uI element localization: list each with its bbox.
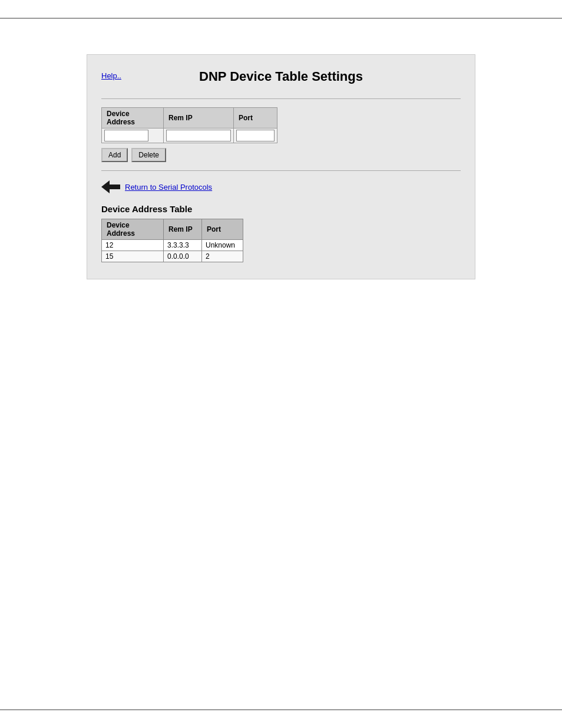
- return-section: Return to Serial Protocols: [101, 179, 461, 195]
- cell-rem-ip: 0.0.0.0: [164, 251, 202, 262]
- cell-port: Unknown: [202, 240, 243, 251]
- cell-device-address: 15: [102, 251, 164, 262]
- data-col-rem-ip: Rem IP: [164, 219, 202, 240]
- form-col-port: Port: [234, 108, 277, 129]
- add-button[interactable]: Add: [101, 148, 128, 162]
- header-divider: [101, 98, 461, 99]
- port-input[interactable]: [236, 130, 275, 141]
- cell-rem-ip: 3.3.3.3: [164, 240, 202, 251]
- bottom-border: [0, 709, 562, 710]
- form-divider: [101, 170, 461, 171]
- form-col-device-address: Device Address: [102, 108, 164, 129]
- data-col-device-address: Device Address: [102, 219, 164, 240]
- button-row: Add Delete: [101, 148, 461, 162]
- rem-ip-input[interactable]: [166, 130, 231, 141]
- form-cell-rem-ip: [164, 129, 234, 143]
- cell-port: 2: [202, 251, 243, 262]
- table-row: 123.3.3.3Unknown: [102, 240, 243, 251]
- device-address-input[interactable]: [104, 130, 148, 141]
- panel-title: DNP Device Table Settings: [101, 67, 461, 91]
- back-arrow-icon: [101, 179, 120, 195]
- form-input-row: [102, 129, 277, 143]
- table-row: 150.0.0.02: [102, 251, 243, 262]
- form-section: Device Address Rem IP Port: [101, 107, 461, 162]
- svg-marker-0: [101, 180, 120, 193]
- data-col-port: Port: [202, 219, 243, 240]
- help-link[interactable]: Help..: [101, 71, 121, 80]
- main-content: Help.. DNP Device Table Settings Device …: [0, 19, 562, 709]
- form-cell-device-address: [102, 129, 164, 143]
- return-link[interactable]: Return to Serial Protocols: [125, 183, 212, 192]
- device-address-table-title: Device Address Table: [101, 204, 461, 214]
- delete-button[interactable]: Delete: [131, 148, 166, 162]
- cell-device-address: 12: [102, 240, 164, 251]
- form-table: Device Address Rem IP Port: [101, 107, 277, 143]
- form-col-rem-ip: Rem IP: [164, 108, 234, 129]
- device-address-table: Device Address Rem IP Port 123.3.3.3Unkn…: [101, 219, 243, 262]
- settings-panel: Help.. DNP Device Table Settings Device …: [87, 54, 475, 279]
- panel-header: Help.. DNP Device Table Settings: [101, 67, 461, 91]
- form-cell-port: [234, 129, 277, 143]
